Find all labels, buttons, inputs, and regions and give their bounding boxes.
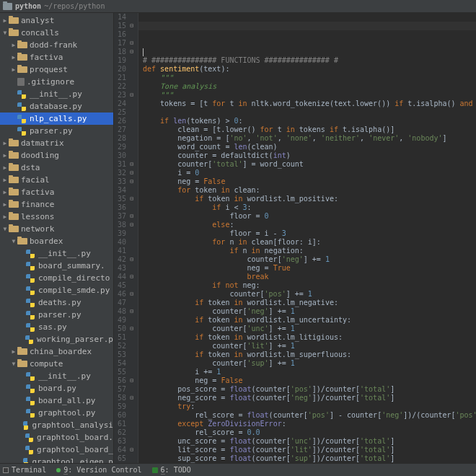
chevron-right-icon[interactable] xyxy=(10,54,17,61)
tree-item[interactable]: __init__.py xyxy=(0,247,113,260)
code-line[interactable]: counter['lit'] += 1 xyxy=(143,342,476,351)
tree-item[interactable]: factiva xyxy=(0,186,113,198)
tree-item[interactable]: graphtool_analysi xyxy=(0,419,113,431)
fold-icon[interactable]: ⊟ xyxy=(128,394,133,402)
code-line[interactable]: counter['neg'] += 1 xyxy=(143,307,476,316)
code-line[interactable]: neg = False xyxy=(143,376,476,385)
tree-item[interactable]: graphtool.py xyxy=(0,407,113,419)
code-line[interactable]: try: xyxy=(143,402,476,411)
tree-item[interactable]: __init__.py xyxy=(0,370,113,382)
tree-item[interactable]: working_parser.p xyxy=(0,333,113,345)
code-line[interactable]: unc_score = float(counter['unc'])/counte… xyxy=(143,437,476,446)
tree-item[interactable]: lessons xyxy=(0,211,113,223)
fold-icon[interactable]: ⊟ xyxy=(128,91,133,100)
tree-item[interactable]: dsta xyxy=(0,162,113,174)
tree-item[interactable]: board.py xyxy=(0,382,113,395)
tree-item[interactable]: nlp_calls.py xyxy=(0,113,113,125)
tree-item[interactable]: database.py xyxy=(0,100,113,113)
chevron-right-icon[interactable] xyxy=(1,177,9,183)
chevron-right-icon[interactable] xyxy=(1,152,9,159)
code-line[interactable]: counter['unc'] += 1 xyxy=(143,325,476,333)
code-line[interactable] xyxy=(143,48,476,56)
code-line[interactable]: neg = False xyxy=(143,177,476,186)
code-line[interactable]: """ xyxy=(143,74,476,82)
tree-item[interactable]: graphtool_board_ xyxy=(0,444,113,456)
fold-icon[interactable]: ⊟ xyxy=(128,376,133,385)
tree-item[interactable]: parser.py xyxy=(0,125,113,137)
code-line[interactable]: neg_score = float(counter['neg'])/counte… xyxy=(143,394,476,402)
tree-item[interactable]: boardex xyxy=(0,235,113,247)
project-tree[interactable]: analystconcallsdodd-frankfactivaproquest… xyxy=(0,13,114,463)
code-line[interactable]: else: xyxy=(143,221,476,229)
tree-item[interactable]: concalls xyxy=(0,27,113,39)
tree-item[interactable]: board_all.py xyxy=(0,395,113,407)
tree-item[interactable]: __init__.py xyxy=(0,88,113,100)
code-line[interactable]: if n in negation: xyxy=(143,247,476,255)
tree-item[interactable]: doodling xyxy=(0,149,113,162)
code-line[interactable]: pos_score = float(counter['pos'])/counte… xyxy=(143,385,476,394)
tree-item[interactable]: board_summary. xyxy=(0,260,113,272)
code-line[interactable]: word_count = len(clean) xyxy=(143,143,476,151)
code-line[interactable]: counter['total'] = word_count xyxy=(143,160,476,169)
tree-item[interactable]: analyst xyxy=(0,14,113,27)
tree-item[interactable]: factiva xyxy=(0,51,113,63)
tree-item[interactable]: graphtool_eigen.p xyxy=(0,456,113,463)
code-line[interactable]: tokens = [t for t in nltk.word_tokenize(… xyxy=(143,100,476,108)
chevron-right-icon[interactable] xyxy=(1,213,9,220)
fold-icon[interactable]: ⊟ xyxy=(128,255,133,264)
code-line[interactable]: counter['pos'] += 1 xyxy=(143,290,476,299)
fold-icon[interactable]: ⊟ xyxy=(128,290,133,299)
code-line[interactable]: if len(tokens) > 0: xyxy=(143,117,476,125)
tree-item[interactable]: china_boardex xyxy=(0,345,113,358)
fold-icon[interactable]: ⊟ xyxy=(128,307,133,316)
chevron-down-icon[interactable] xyxy=(10,238,17,244)
code-line[interactable] xyxy=(143,108,476,117)
tree-item[interactable]: .gitignore xyxy=(0,76,113,88)
todo-tool-button[interactable]: 6: TODO xyxy=(152,466,191,475)
tree-item[interactable]: finance xyxy=(0,198,113,211)
chevron-down-icon[interactable] xyxy=(1,30,9,36)
chevron-right-icon[interactable] xyxy=(1,201,9,208)
code-line[interactable]: negation = ['no', 'not', 'none', 'neithe… xyxy=(143,134,476,143)
tree-item[interactable]: datmatrix xyxy=(0,137,113,149)
code-line[interactable]: if not neg: xyxy=(143,281,476,290)
code-line[interactable]: for n in clean[floor: i]: xyxy=(143,238,476,247)
code-line[interactable]: i += 1 xyxy=(143,368,476,376)
chevron-down-icon[interactable] xyxy=(10,361,17,367)
fold-icon[interactable]: ⊟ xyxy=(128,446,133,454)
fold-icon[interactable]: ⊟ xyxy=(128,195,133,203)
code-line[interactable]: floor = 0 xyxy=(143,212,476,221)
fold-icon[interactable]: ⊟ xyxy=(128,48,133,56)
tree-item[interactable]: network xyxy=(0,223,113,235)
fold-icon[interactable]: ⊟ xyxy=(128,22,133,30)
fold-icon[interactable]: ⊟ xyxy=(128,325,133,333)
code-line[interactable]: counter = defaultdict(int) xyxy=(143,151,476,160)
tree-item[interactable]: deaths.py xyxy=(0,296,113,309)
code-line[interactable]: sup_score = float(counter['sup'])/counte… xyxy=(143,454,476,463)
chevron-right-icon[interactable] xyxy=(1,17,9,24)
tree-item[interactable]: compute xyxy=(0,358,113,370)
code-line[interactable]: if token in wordlist.lm_positive: xyxy=(143,195,476,203)
code-line[interactable]: break xyxy=(143,273,476,281)
tree-item[interactable]: compile_directo xyxy=(0,272,113,284)
chevron-right-icon[interactable] xyxy=(10,66,17,73)
code-line[interactable]: counter['sup'] += 1 xyxy=(143,359,476,368)
chevron-right-icon[interactable] xyxy=(1,140,9,146)
code-line[interactable]: # ############### FUNCTIONS ############… xyxy=(143,56,476,65)
fold-icon[interactable]: ⊟ xyxy=(128,221,133,229)
fold-icon[interactable]: ⊟ xyxy=(128,212,133,221)
code-line[interactable]: if token in wordlist.lm_negative: xyxy=(143,299,476,307)
code-line[interactable]: floor = i - 3 xyxy=(143,229,476,238)
fold-icon[interactable]: ⊟ xyxy=(128,177,133,186)
code-line[interactable]: Tone analysis xyxy=(143,82,476,91)
tree-item[interactable]: dodd-frank xyxy=(0,39,113,51)
chevron-down-icon[interactable] xyxy=(1,226,9,232)
code-line[interactable]: lit_score = float(counter['lit'])/counte… xyxy=(143,446,476,454)
tree-item[interactable]: proquest xyxy=(0,63,113,76)
code-area[interactable]: # ############### FUNCTIONS ############… xyxy=(138,13,476,463)
tree-item[interactable]: parser.py xyxy=(0,309,113,321)
chevron-right-icon[interactable] xyxy=(1,189,9,195)
tree-item[interactable]: facial xyxy=(0,174,113,186)
code-line[interactable]: rel_score = 0.0 xyxy=(143,428,476,437)
fold-icon[interactable]: ⊟ xyxy=(128,273,133,281)
